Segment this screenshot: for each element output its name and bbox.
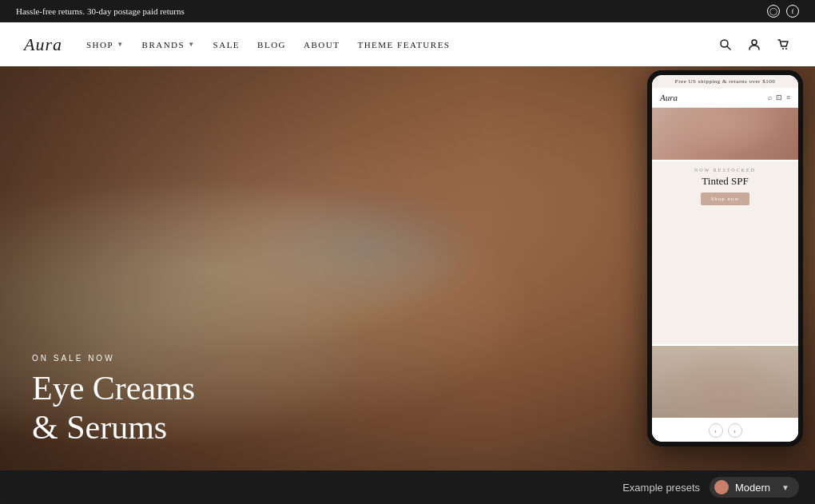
mobile-product-name: Tinted SPF bbox=[658, 175, 792, 188]
mobile-bottom-image bbox=[652, 346, 798, 418]
cart-button[interactable] bbox=[775, 37, 791, 53]
nav-brands[interactable]: Brands ▼ bbox=[142, 40, 196, 50]
hero-text: On Sale Now Eye Creams & Serums bbox=[32, 354, 195, 446]
on-sale-label: On Sale Now bbox=[32, 354, 195, 363]
browser-window: Hassle-free returns. 30-day postage paid… bbox=[0, 0, 815, 504]
nav-links: Shop ▼ Brands ▼ Sale Blog About Theme Fe… bbox=[86, 40, 718, 50]
instagram-icon[interactable]: ◯ bbox=[767, 5, 780, 18]
nav-about[interactable]: About bbox=[304, 40, 340, 50]
social-icons: ◯ f bbox=[767, 5, 799, 18]
nav-actions bbox=[718, 37, 791, 53]
mobile-shop-button[interactable]: Shop now bbox=[701, 192, 749, 205]
mobile-search-icon: ⌕ bbox=[768, 93, 772, 101]
mobile-hero-top-image bbox=[652, 108, 798, 160]
search-button[interactable] bbox=[718, 37, 734, 53]
mobile-mockup: Free US shipping & returns over $100 Aur… bbox=[647, 70, 803, 446]
bottom-bar: Example presets Modern ▼ bbox=[0, 470, 815, 504]
mobile-prev-button[interactable]: ‹ bbox=[709, 423, 723, 438]
preset-name: Modern bbox=[735, 482, 770, 494]
preset-chevron-icon: ▼ bbox=[781, 483, 789, 492]
chevron-down-icon: ▼ bbox=[117, 41, 124, 48]
main-nav: Aura Shop ▼ Brands ▼ Sale Blog About The… bbox=[0, 22, 815, 66]
chevron-down-icon: ▼ bbox=[188, 41, 195, 48]
mobile-hero-images: Now Restocked Tinted SPF Shop now ‹ › bbox=[652, 108, 798, 442]
site-logo[interactable]: Aura bbox=[24, 34, 62, 55]
mobile-nav: Aura ⌕ ⊡ ≡ bbox=[652, 88, 798, 108]
svg-point-2 bbox=[752, 40, 757, 45]
hero-title: Eye Creams & Serums bbox=[32, 369, 195, 446]
nav-shop[interactable]: Shop ▼ bbox=[86, 40, 125, 50]
account-button[interactable] bbox=[746, 37, 762, 53]
announcement-text: Hassle-free returns. 30-day postage paid… bbox=[16, 6, 185, 16]
main-content: On Sale Now Eye Creams & Serums Free US … bbox=[0, 66, 815, 470]
facebook-icon[interactable]: f bbox=[786, 5, 799, 18]
nav-sale[interactable]: Sale bbox=[213, 40, 241, 50]
mobile-product-section: Now Restocked Tinted SPF Shop now bbox=[652, 161, 798, 344]
announcement-bar: Hassle-free returns. 30-day postage paid… bbox=[0, 0, 815, 22]
mobile-restocked-label: Now Restocked bbox=[658, 168, 792, 173]
preset-color-dot bbox=[714, 480, 729, 494]
mobile-announcement: Free US shipping & returns over $100 bbox=[652, 75, 798, 88]
mobile-nav-arrows: ‹ › bbox=[652, 419, 798, 442]
svg-point-3 bbox=[782, 48, 784, 50]
svg-point-4 bbox=[785, 48, 787, 50]
nav-blog[interactable]: Blog bbox=[257, 40, 286, 50]
mobile-nav-icons: ⌕ ⊡ ≡ bbox=[768, 93, 790, 101]
svg-line-1 bbox=[727, 46, 730, 50]
mobile-inner: Free US shipping & returns over $100 Aur… bbox=[652, 75, 798, 442]
mobile-next-button[interactable]: › bbox=[728, 423, 742, 438]
mobile-bag-icon: ⊡ bbox=[776, 93, 782, 101]
preset-selector[interactable]: Modern ▼ bbox=[710, 477, 799, 498]
mobile-menu-icon: ≡ bbox=[786, 93, 790, 101]
nav-theme-features[interactable]: Theme Features bbox=[357, 40, 450, 50]
example-presets-label: Example presets bbox=[622, 482, 700, 494]
mobile-logo: Aura bbox=[660, 93, 678, 102]
